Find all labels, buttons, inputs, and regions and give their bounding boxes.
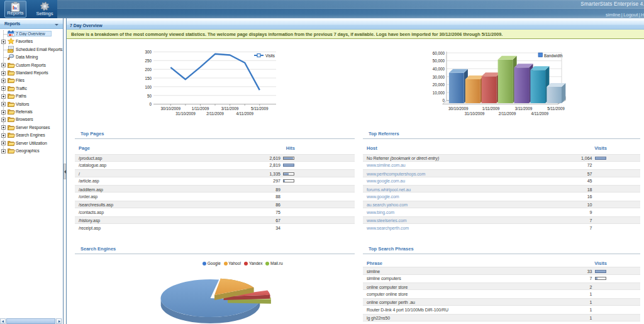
svg-text:5/11/2009: 5/11/2009 — [547, 106, 565, 111]
svg-text:300: 300 — [145, 50, 152, 54]
svg-text:30/10/2009: 30/10/2009 — [161, 106, 181, 111]
svg-text:1/11/2009: 1/11/2009 — [482, 106, 500, 111]
svg-text:150: 150 — [145, 76, 152, 81]
svg-text:100: 100 — [145, 85, 152, 89]
svg-text:20,000: 20,000 — [433, 82, 445, 87]
svg-text:31/10/2009: 31/10/2009 — [175, 111, 196, 116]
svg-text:5/11/2009: 5/11/2009 — [251, 106, 269, 111]
svg-text:40,000: 40,000 — [433, 67, 445, 71]
svg-text:3/11/2009: 3/11/2009 — [221, 106, 239, 111]
svg-text:60,000: 60,000 — [433, 51, 445, 55]
svg-text:50: 50 — [147, 94, 152, 98]
svg-text:4/11/2009: 4/11/2009 — [236, 111, 253, 116]
svg-text:4/11/2009: 4/11/2009 — [531, 111, 548, 116]
svg-text:50,000: 50,000 — [433, 59, 445, 63]
svg-text:200: 200 — [145, 67, 152, 72]
svg-text:10,000: 10,000 — [433, 91, 445, 95]
svg-text:30/10/2009: 30/10/2009 — [448, 106, 469, 111]
svg-text:31/10/2009: 31/10/2009 — [465, 111, 485, 116]
svg-text:1/11/2009: 1/11/2009 — [192, 106, 209, 111]
svg-text:2/11/2009: 2/11/2009 — [206, 111, 224, 116]
svg-text:0: 0 — [442, 98, 445, 103]
svg-text:2/11/2009: 2/11/2009 — [499, 111, 516, 116]
svg-text:0: 0 — [149, 102, 152, 106]
svg-text:250: 250 — [145, 59, 152, 63]
svg-text:3/11/2009: 3/11/2009 — [515, 106, 533, 111]
svg-text:Bandwidth: Bandwidth — [544, 53, 563, 58]
svg-text:Visits: Visits — [265, 53, 275, 58]
svg-text:30,000: 30,000 — [433, 75, 445, 79]
